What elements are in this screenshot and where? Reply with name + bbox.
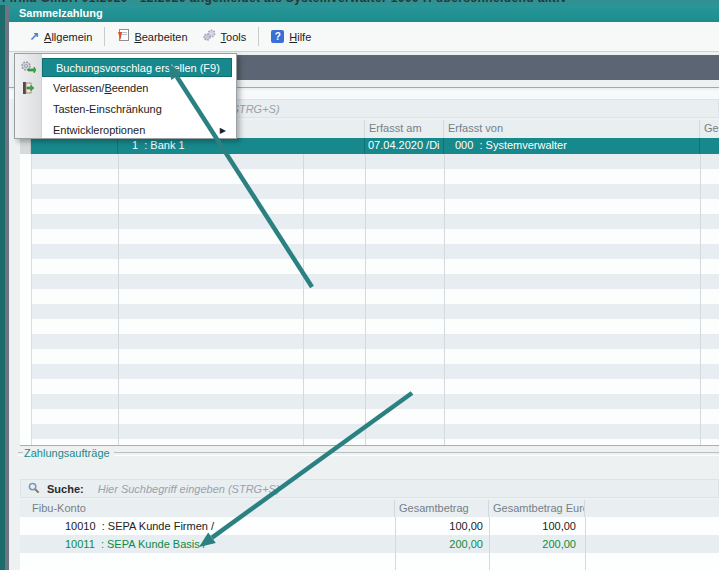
column-divider xyxy=(303,138,304,445)
table-row-highlighted-green[interactable]: 10011 : SEPA Kunde Basis / 200,00 200,00 xyxy=(20,535,719,553)
menu-item-highlight: Buchungsvorschlag erstellen (F9) xyxy=(42,58,232,77)
menu-item-label: Buchungsvorschlag erstellen (F9) xyxy=(56,59,220,78)
cell-gesamtbetrag-euro: 200,00 xyxy=(489,538,585,550)
payment-orders-table: Fibu-Konto Gesamtbetrag Gesamtbetrag Eur… xyxy=(20,500,719,570)
menubar-item-label: Bearbeiten xyxy=(134,31,187,43)
menubar-item-label: Allgemein xyxy=(44,31,92,43)
menubar-item-label: Tools xyxy=(221,31,247,43)
gears-icon xyxy=(202,29,216,44)
menu-item-tasten-einschraenkung[interactable]: Tasten-Einschränkung xyxy=(15,100,236,119)
column-divider xyxy=(444,138,445,445)
menubar-item-hilfe[interactable]: ? Hilfe xyxy=(264,28,318,45)
column-header-empty[interactable] xyxy=(585,500,719,517)
row-selector-cell xyxy=(20,138,31,154)
menu-item-buchungsvorschlag[interactable]: Buchungsvorschlag erstellen (F9) xyxy=(15,58,236,77)
menu-item-verlassen-beenden[interactable]: Verlassen/Beenden xyxy=(15,79,236,98)
column-header-gesamtbetrag-euro[interactable]: Gesamtbetrag Euro xyxy=(489,500,585,517)
groupbox-border xyxy=(18,452,23,456)
search-icon xyxy=(28,482,40,496)
table-row[interactable]: 10010 : SEPA Kunde Firmen / 100,00 100,0… xyxy=(20,517,719,535)
toolbar-separator xyxy=(104,27,105,46)
screenshot-root: Firma GmbH 01.2020 - 12.2020 angemeldet … xyxy=(0,0,719,570)
cell-gesamtbetrag: 100,00 xyxy=(395,520,489,532)
allgemein-dropdown-menu: Buchungsvorschlag erstellen (F9) Verlass… xyxy=(14,53,237,139)
column-divider xyxy=(118,138,119,445)
menu-item-label: Tasten-Einschränkung xyxy=(53,100,162,119)
menubar-item-allgemein[interactable]: ↗ Allgemein xyxy=(22,29,99,45)
menubar-item-label: Hilfe xyxy=(289,31,311,43)
cell-fibu-konto: 10010 : SEPA Kunde Firmen / xyxy=(20,520,395,532)
cell-bezeichnung: 1 : Bank 1 xyxy=(118,138,365,154)
column-divider xyxy=(700,138,701,445)
table-empty-rows xyxy=(20,154,719,445)
menubar: ↗ Allgemein Bearbeiten Tools ? Hilfe xyxy=(9,22,719,52)
exit-icon xyxy=(20,81,34,101)
column-header-erfasst-von[interactable]: Erfasst von xyxy=(444,120,700,138)
payment-proposals-table: Erfasst am Erfasst von Gesamtbetrag 1 : … xyxy=(20,120,719,446)
cell-erfasst-am: 07.04.2020 /Di xyxy=(365,138,444,154)
menu-item-label: Entwickleroptionen xyxy=(53,121,145,140)
column-divider xyxy=(489,517,490,570)
cell-fibu-konto: 10011 : SEPA Kunde Basis / xyxy=(20,538,395,550)
submenu-chevron-icon: ▶ xyxy=(220,121,226,140)
search-label: Suche: xyxy=(47,483,84,495)
selected-table-row[interactable]: 1 : Bank 1 07.04.2020 /Di 000 : Systemve… xyxy=(20,138,719,154)
lower-search-bar[interactable]: Suche: Hier Suchbegriff eingeben (STRG+S… xyxy=(20,479,719,498)
window-title: Sammelzahlung xyxy=(19,7,103,19)
groupbox-border xyxy=(114,452,719,456)
edit-document-icon xyxy=(117,29,129,44)
cell-empty xyxy=(700,138,719,154)
column-divider xyxy=(395,517,396,570)
menu-item-entwickleroptionen[interactable]: Entwickleroptionen ▶ xyxy=(15,121,236,140)
cell-gesamtbetrag-euro: 100,00 xyxy=(489,520,585,532)
column-header-fibu-konto[interactable]: Fibu-Konto xyxy=(20,500,395,517)
search-placeholder: Hier Suchbegriff eingeben (STRG+S) xyxy=(98,483,280,495)
column-header-gesamtbetrag[interactable]: Gesamtbetrag xyxy=(700,120,719,138)
column-header-erfasst-am[interactable]: Erfasst am xyxy=(365,120,444,138)
column-header-gesamtbetrag[interactable]: Gesamtbetrag xyxy=(395,500,489,517)
cell-erfasst-von: 000 : Systemverwalter xyxy=(444,138,700,154)
column-divider xyxy=(585,517,586,570)
menu-item-label: Verlassen/Beenden xyxy=(53,79,148,98)
cell-empty xyxy=(31,138,118,154)
groupbox-label: Zahlungsaufträge xyxy=(24,447,110,459)
arrow-up-right-icon: ↗ xyxy=(29,31,39,43)
help-icon: ? xyxy=(271,30,284,43)
toolbar-separator xyxy=(258,27,259,46)
cell-gesamtbetrag: 200,00 xyxy=(395,538,489,550)
menubar-item-tools[interactable]: Tools xyxy=(195,27,254,46)
column-divider xyxy=(365,138,366,445)
menubar-item-bearbeiten[interactable]: Bearbeiten xyxy=(110,27,194,46)
table-header-row: Fibu-Konto Gesamtbetrag Gesamtbetrag Eur… xyxy=(20,500,719,517)
row-selector-gutter xyxy=(20,154,32,445)
window-titlebar: Sammelzahlung xyxy=(9,5,719,22)
create-booking-proposal-icon xyxy=(20,60,36,81)
